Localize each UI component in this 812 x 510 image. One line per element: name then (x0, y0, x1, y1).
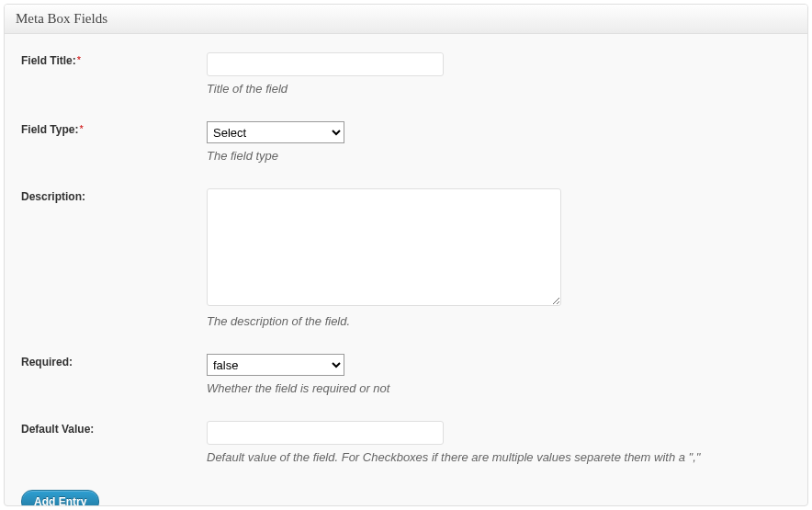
field-title-help: Title of the field (207, 82, 791, 96)
description-row: Description: The description of the fiel… (21, 188, 791, 328)
required-indicator-icon: * (77, 54, 81, 65)
button-row: Add Entry (21, 490, 791, 506)
default-value-input[interactable] (207, 421, 444, 445)
field-title-input[interactable] (207, 52, 444, 76)
add-entry-button[interactable]: Add Entry (21, 490, 99, 506)
default-value-row: Default Value: Default value of the fiel… (21, 421, 791, 464)
meta-box-fields-panel: Meta Box Fields Field Title:* Title of t… (4, 4, 808, 506)
required-indicator-icon: * (79, 123, 83, 134)
default-value-help: Default value of the field. For Checkbox… (207, 450, 791, 464)
panel-title: Meta Box Fields (5, 5, 807, 34)
description-help: The description of the field. (207, 314, 791, 328)
panel-body: Field Title:* Title of the field Field T… (5, 34, 807, 506)
required-label: Required: (21, 354, 207, 368)
field-type-row: Field Type:* Select The field type (21, 121, 791, 163)
field-title-row: Field Title:* Title of the field (21, 52, 791, 96)
field-type-select[interactable]: Select (207, 121, 344, 143)
field-title-label: Field Title:* (21, 52, 207, 67)
description-label: Description: (21, 188, 207, 203)
required-select[interactable]: false (207, 354, 344, 376)
default-value-label: Default Value: (21, 421, 207, 436)
description-textarea[interactable] (207, 188, 561, 306)
required-row: Required: false Whether the field is req… (21, 354, 791, 395)
field-type-label: Field Type:* (21, 121, 207, 136)
field-type-help: The field type (207, 149, 791, 163)
required-help: Whether the field is required or not (207, 381, 791, 395)
